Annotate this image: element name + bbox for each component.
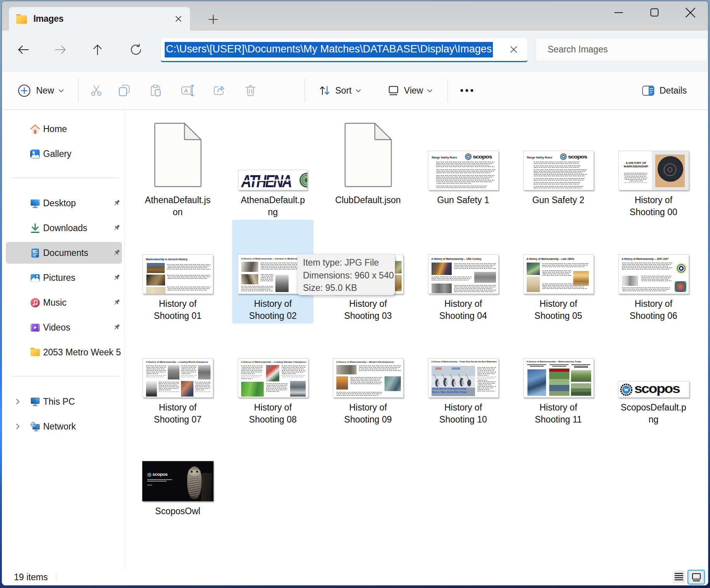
file-item-gun-safety-2[interactable]: Range Safety Rules scoposGun Safety 2 xyxy=(518,116,599,220)
details-button-label: Details xyxy=(660,85,687,96)
slide-image xyxy=(198,365,211,379)
delete-button[interactable] xyxy=(238,79,263,102)
list-view-button[interactable] xyxy=(672,570,686,583)
file-name-label: History ofShooting 09 xyxy=(344,402,392,426)
paste-button[interactable] xyxy=(143,79,168,102)
slide-image xyxy=(432,263,452,275)
sort-button[interactable]: Sort xyxy=(319,79,361,102)
minimize-button[interactable] xyxy=(601,1,637,24)
thumbnail-view-button[interactable] xyxy=(687,570,705,585)
file-item-scoposdefault.png[interactable]: scoposScoposDefault.png xyxy=(613,324,694,427)
file-item-history-ofshooting-10[interactable]: A History of Marksmanship -- Finals Now … xyxy=(423,324,504,427)
sidebar-item-network[interactable]: Network xyxy=(6,414,122,439)
file-icon-area: ATHENA xyxy=(232,116,313,192)
sidebar-item-this-pc[interactable]: This PC xyxy=(6,389,122,414)
file-thumbnail: ATHENA xyxy=(238,170,308,190)
slide-image xyxy=(147,263,165,273)
file-thumbnail: scopos xyxy=(142,461,214,501)
refresh-button[interactable] xyxy=(127,41,144,58)
file-item-athenadefault.png[interactable]: ATHENA AthenaDefault.png xyxy=(232,116,313,220)
file-item-history-ofshooting-04[interactable]: A History of Marksmanship -- 19th Centur… xyxy=(423,220,504,324)
view-button-label: View xyxy=(404,85,423,96)
sidebar-item-gallery[interactable]: Gallery xyxy=(6,141,122,166)
folder-icon xyxy=(30,347,40,358)
pin-icon xyxy=(113,224,120,232)
back-button[interactable] xyxy=(15,41,32,58)
new-button[interactable]: New xyxy=(18,79,64,102)
details-button[interactable]: Details xyxy=(642,79,687,102)
sidebar-item-label: Desktop xyxy=(43,198,76,209)
file-icon-area: A History of Marksmanship -- Finals Now … xyxy=(423,324,504,400)
file-item-history-ofshooting-00[interactable]: A HISTORY OF MARKSMANSHIPHistory ofShoot… xyxy=(613,116,694,220)
thumbnail-text-lines xyxy=(436,175,494,185)
file-item-history-ofshooting-01[interactable]: Marksmanship in Ancient HistoryHistory o… xyxy=(137,220,218,324)
file-name-label: History ofShooting 11 xyxy=(535,402,582,426)
slide-title: A History of Marksmanship -- 19th Centur… xyxy=(432,257,482,260)
file-icon-area: A History of Marksmanship -- 19th Centur… xyxy=(423,220,504,296)
file-thumbnail: Range Safety Rules scopos xyxy=(523,151,594,190)
file-thumbnail: A HISTORY OF MARKSMANSHIP xyxy=(618,151,689,190)
tab-close-icon[interactable] xyxy=(172,13,184,25)
thumbnail-text-lines xyxy=(534,182,580,185)
scopos-logo: scopos xyxy=(465,153,492,160)
file-item-history-ofshooting-07[interactable]: A History of Marksmanship -- Leading Wor… xyxy=(137,324,218,427)
file-item-athenadefault.json[interactable]: AthenaDefault.json xyxy=(137,116,218,220)
folder-icon xyxy=(16,14,28,24)
see-more-button[interactable] xyxy=(454,79,479,102)
close-window-button[interactable] xyxy=(672,1,708,24)
share-icon xyxy=(213,84,225,97)
up-button[interactable] xyxy=(89,41,106,58)
command-bar: New xyxy=(2,71,708,110)
sidebar-item-home[interactable]: Home xyxy=(6,117,122,141)
sidebar-item-downloads[interactable]: Downloads xyxy=(6,216,122,240)
file-item-scoposowl[interactable]: scopos ScoposOwl xyxy=(137,427,218,531)
share-button[interactable] xyxy=(207,79,231,102)
search-box[interactable]: Search Images xyxy=(536,38,708,61)
file-name-label: History ofShooting 02 xyxy=(249,298,297,322)
slide-image xyxy=(181,381,193,397)
pin-icon xyxy=(113,249,120,257)
view-button[interactable]: View xyxy=(388,79,433,102)
paste-icon xyxy=(149,84,162,97)
sidebar-item-music[interactable]: Music xyxy=(6,290,122,315)
sidebar-item-desktop[interactable]: Desktop xyxy=(6,191,122,216)
cut-button[interactable] xyxy=(84,79,109,102)
file-item-history-ofshooting-05[interactable]: A History of Marksmanship -- Late 1800sH… xyxy=(518,220,599,324)
file-icon-area: A HISTORY OF MARKSMANSHIP xyxy=(613,116,694,192)
tab-images[interactable]: Images xyxy=(9,7,190,31)
new-tab-button[interactable] xyxy=(207,13,220,26)
slide-image xyxy=(668,167,672,172)
videos-icon xyxy=(30,322,40,333)
item-count: 19 items xyxy=(14,572,48,583)
sidebar-item-documents[interactable]: Documents xyxy=(6,242,122,264)
sidebar-item-videos[interactable]: Videos xyxy=(6,315,122,340)
copy-button[interactable] xyxy=(112,79,137,102)
address-clear-icon[interactable] xyxy=(506,43,520,57)
tab-bar: Images xyxy=(2,1,708,31)
expand-chevron-icon[interactable] xyxy=(15,423,21,430)
file-item-history-ofshooting-09[interactable]: A History of Marksmanship -- Modern Deve… xyxy=(327,324,409,427)
pin-icon xyxy=(113,199,120,207)
rename-button[interactable] xyxy=(175,79,200,102)
address-bar[interactable]: C:\Users\[USER]\Documents\My Matches\DAT… xyxy=(160,38,528,62)
toolbar-separator xyxy=(78,79,78,102)
file-icon-area: scopos xyxy=(613,324,694,400)
file-item-gun-safety-1[interactable]: Range Safety Rules scoposGun Safety 1 xyxy=(423,116,504,220)
sidebar-item-2053-metro-week-5[interactable]: 2053 Metro Week 5 xyxy=(6,340,122,365)
slide-column-header xyxy=(549,364,569,367)
sidebar-item-pictures[interactable]: Pictures xyxy=(6,265,122,290)
file-icon-area: A History of Marksmanship -- Marksmanshi… xyxy=(518,324,599,400)
home-icon xyxy=(30,124,40,134)
forward-button[interactable] xyxy=(52,41,69,58)
file-item-clubdefault.json[interactable]: ClubDefault.json xyxy=(327,116,409,220)
file-item-history-ofshooting-11[interactable]: A History of Marksmanship -- Marksmanshi… xyxy=(518,324,599,427)
athena-target-icon xyxy=(295,172,308,188)
slide-image xyxy=(474,272,496,283)
file-icon-area: A History of Marksmanship -- Leading Wor… xyxy=(137,324,218,400)
expand-chevron-icon[interactable] xyxy=(15,398,21,405)
slide-image xyxy=(549,372,569,396)
file-item-history-ofshooting-08[interactable]: A History of Marksmanship -- Leading Oly… xyxy=(232,324,313,427)
maximize-button[interactable] xyxy=(637,1,672,24)
file-item-history-ofshooting-06[interactable]: A History of Marksmanship -- 1897-1907Hi… xyxy=(613,220,694,324)
json-file-icon xyxy=(153,122,202,188)
